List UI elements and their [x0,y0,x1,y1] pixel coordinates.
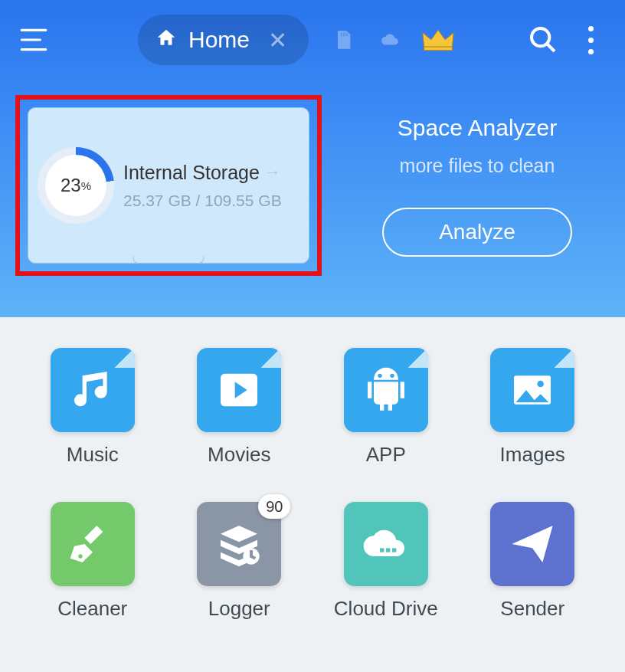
tile-music[interactable]: Music [31,348,155,467]
tile-label: Music [67,443,119,467]
storage-percent: 23 [61,175,81,196]
tile-cleaner[interactable]: Cleaner [31,502,155,621]
category-grid: MusicMoviesAPPImagesCleaner90LoggerCloud… [31,348,594,621]
storage-usage-text: 25.37 GB / 109.55 GB [123,192,282,210]
svg-point-15 [78,554,82,558]
android-icon [344,348,428,432]
svg-point-14 [538,381,545,388]
tile-label: Sender [500,597,564,621]
svg-line-8 [547,44,555,51]
sdcard-icon[interactable] [324,21,362,59]
tile-label: APP [366,443,406,467]
svg-rect-5 [346,33,348,37]
svg-rect-19 [386,548,390,552]
tile-label: Movies [208,443,270,467]
hero-row: 23% Internal Storage → 25.37 GB / 109.55… [0,80,625,276]
tile-label: Cleaner [57,597,127,621]
tile-label: Logger [208,597,270,621]
tile-movies[interactable]: Movies [178,348,302,467]
search-icon[interactable] [524,21,562,59]
image-icon [490,348,574,432]
cloud-icon[interactable] [371,21,410,59]
analyzer-title: Space Analyzer [398,115,557,141]
svg-point-11 [378,374,381,378]
crown-icon[interactable] [419,21,457,59]
send-icon [490,502,574,586]
tile-label: Cloud Drive [334,597,438,621]
svg-rect-6 [424,47,453,51]
home-icon [155,27,178,53]
tile-logger[interactable]: 90Logger [178,502,302,621]
chevron-right-icon: → [264,162,281,182]
badge: 90 [258,494,290,519]
analyze-button[interactable]: Analyze [382,208,572,257]
broom-icon [51,502,135,586]
storage-percent-symbol: % [81,179,91,192]
storage-usage-donut: 23% [38,147,114,224]
tile-cloud-drive[interactable]: Cloud Drive [324,502,448,621]
svg-rect-18 [380,548,384,552]
menu-icon[interactable] [15,21,52,58]
music-icon [51,348,135,432]
home-tab[interactable]: Home ✕ [138,15,309,65]
svg-rect-3 [341,33,342,37]
movie-icon [197,348,281,432]
storage-title: Internal Storage [123,162,260,184]
svg-rect-20 [392,548,396,552]
close-icon[interactable]: ✕ [268,27,287,54]
stack-icon: 90 [197,502,281,586]
analyzer-subtitle: more files to clean [400,155,555,177]
tile-app[interactable]: APP [324,348,448,467]
svg-point-12 [390,374,394,378]
tile-label: Images [500,443,565,467]
space-analyzer-block: Space Analyzer more files to clean Analy… [352,115,602,257]
home-tab-label: Home [188,27,250,53]
internal-storage-card[interactable]: 23% Internal Storage → 25.37 GB / 109.55… [15,95,322,276]
svg-rect-4 [343,33,345,37]
tile-images[interactable]: Images [471,348,595,467]
toolbar: Home ✕ [0,0,625,80]
more-icon[interactable] [571,21,610,59]
cloud-icon [344,502,428,586]
tile-sender[interactable]: Sender [471,502,595,621]
svg-point-7 [532,28,549,46]
svg-point-16 [85,559,88,562]
